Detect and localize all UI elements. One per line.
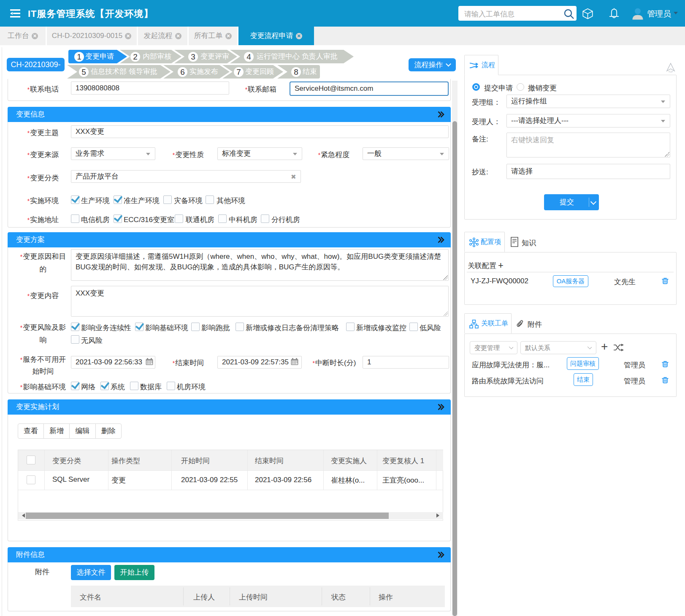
- svg-text:TCP: TCP: [669, 71, 673, 73]
